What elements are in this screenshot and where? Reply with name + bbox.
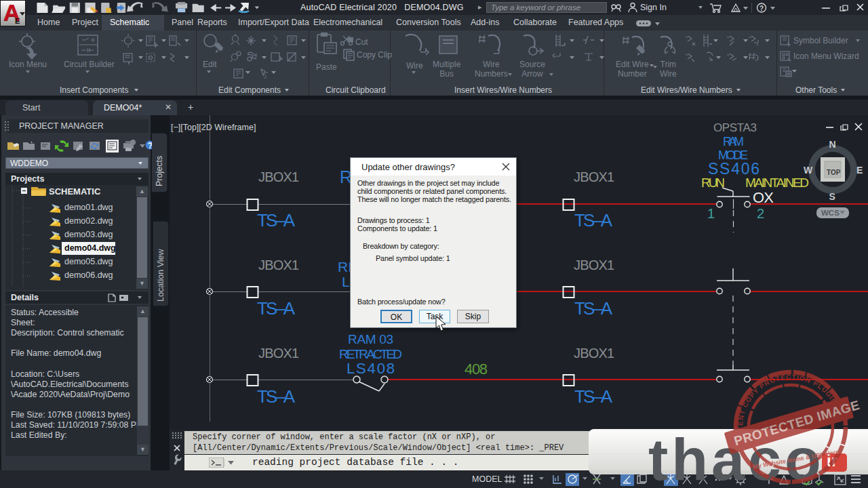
svg-text:RAM: RAM xyxy=(723,135,744,148)
svg-text:JBOX1: JBOX1 xyxy=(574,169,614,184)
svg-text:E: E xyxy=(856,165,863,176)
svg-text:?: ? xyxy=(760,5,764,12)
svg-text:TOP: TOP xyxy=(827,169,841,176)
svg-text:OX: OX xyxy=(753,189,774,206)
svg-text:TS–A: TS–A xyxy=(257,298,296,319)
svg-text:TS–A: TS–A xyxy=(257,386,296,407)
svg-text:RAM 03: RAM 03 xyxy=(348,332,393,346)
svg-text:JBOX1: JBOX1 xyxy=(574,346,614,361)
svg-text:MAINTAINED: MAINTAINED xyxy=(745,176,809,190)
svg-text:JBOX1: JBOX1 xyxy=(258,169,299,184)
svg-text:JBOX1: JBOX1 xyxy=(258,346,299,361)
svg-text:LS408: LS408 xyxy=(347,360,395,377)
svg-text:[−][Top][2D Wireframe]: [−][Top][2D Wireframe] xyxy=(171,123,256,132)
svg-text:TS–A: TS–A xyxy=(574,298,613,319)
svg-text:SCHEMATIC: SCHEMATIC xyxy=(49,186,101,197)
svg-text:OPSTA3: OPSTA3 xyxy=(713,121,757,134)
svg-text:TS–A: TS–A xyxy=(574,386,613,407)
svg-text:408: 408 xyxy=(465,361,488,378)
svg-text:RUN: RUN xyxy=(701,176,725,190)
svg-text:1: 1 xyxy=(707,206,715,221)
svg-text:S: S xyxy=(829,191,835,202)
svg-text:L: L xyxy=(342,274,350,289)
svg-text:W: W xyxy=(804,165,813,176)
svg-text:WCS: WCS xyxy=(821,209,840,217)
svg-text:JBOX1: JBOX1 xyxy=(258,258,299,272)
svg-text:TS–A: TS–A xyxy=(257,210,296,230)
svg-text:RETRACTED: RETRACTED xyxy=(339,347,402,361)
svg-text:JBOX1: JBOX1 xyxy=(574,258,614,272)
svg-text:2: 2 xyxy=(757,206,764,221)
svg-text:TS–A: TS–A xyxy=(574,210,613,230)
svg-text:N: N xyxy=(829,139,836,150)
